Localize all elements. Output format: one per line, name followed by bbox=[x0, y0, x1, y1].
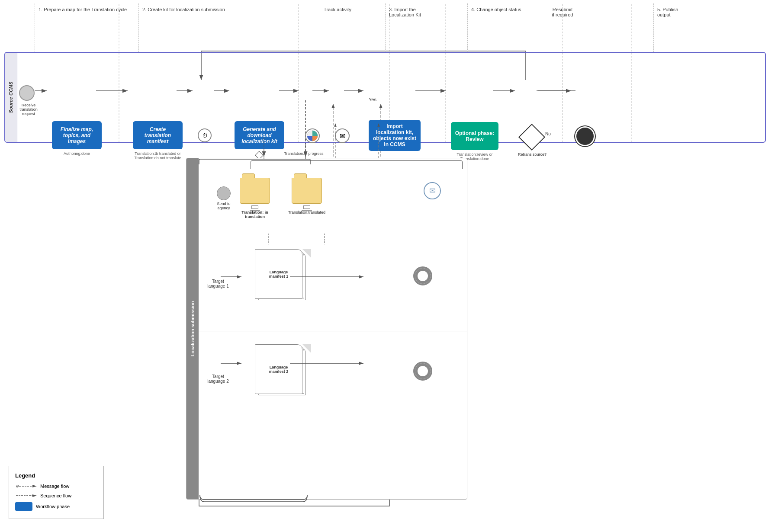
resubmit-label: Resubmitif required bbox=[519, 3, 606, 52]
lang-manifest-1: Languagemanifest 1 bbox=[255, 249, 311, 305]
yes-label: Yes bbox=[369, 97, 376, 102]
bracket-label bbox=[251, 160, 463, 169]
no-label: No bbox=[545, 131, 551, 136]
legend-workflow-phase: Workflow phase bbox=[15, 502, 97, 511]
message-flow-label: Message flow bbox=[40, 484, 69, 489]
loc-submission-label: Localization submission bbox=[186, 158, 199, 499]
start-event-label: Receive translation request bbox=[16, 103, 42, 116]
folder-2 bbox=[292, 173, 322, 204]
svg-marker-38 bbox=[32, 485, 37, 487]
phases-row: 1. Prepare a map for the Translation cyc… bbox=[17, 3, 774, 52]
target-lang-1-section: Target language 1 Languagemanifest 1 bbox=[199, 236, 467, 331]
message-flow-icon bbox=[15, 483, 37, 489]
legend-title: Legend bbox=[15, 472, 97, 479]
translation-translated-label: Translation:translated bbox=[283, 210, 331, 215]
phase5-label: 5. Publishoutput bbox=[653, 3, 740, 52]
source-ccms-swimlane: Source CCMS Receive translation request … bbox=[4, 52, 766, 143]
phase3-label: 3. Import theLocalization Kit bbox=[385, 3, 467, 52]
workflow-phase-label: Workflow phase bbox=[36, 504, 70, 509]
phase2-label: 2. Create kit for localization submissio… bbox=[138, 3, 312, 52]
optional-review-box: Optional phase: Review bbox=[451, 122, 498, 150]
phase1-label: 1. Prepare a map for the Translation cyc… bbox=[35, 3, 134, 52]
diagram-container: 1. Prepare a map for the Translation cyc… bbox=[0, 0, 778, 532]
translation-tb-label: Translation:tb translated or Translation… bbox=[126, 151, 189, 160]
swimlane-source-label: Source CCMS bbox=[5, 53, 17, 142]
target-lang-1-label: Target language 1 bbox=[203, 279, 233, 288]
retrans-label: Retrans source? bbox=[517, 152, 547, 157]
generate-kit-box: Generate and download localization kit bbox=[235, 121, 284, 149]
chart-event bbox=[305, 128, 320, 143]
send-agency-label: Send to agency bbox=[211, 202, 237, 210]
send-agency-circle bbox=[217, 186, 231, 200]
import-kit-box: Import localization kit, objects now exi… bbox=[369, 120, 421, 151]
end-circle-lang-1 bbox=[413, 266, 432, 285]
legend-box: Legend Message flow Sequen bbox=[9, 466, 104, 519]
target-lang-2-section: Target language 2 Languagemanifest 2 bbox=[199, 331, 467, 426]
translation-in-progress-label: Translation:in progress bbox=[282, 151, 325, 156]
legend-sequence-flow: Sequence flow bbox=[15, 493, 97, 499]
finalize-box: Finalize map, topics, and images bbox=[52, 121, 102, 149]
start-event bbox=[19, 85, 35, 101]
legend-message-flow: Message flow bbox=[15, 483, 97, 489]
track-activity-label: Track activity bbox=[294, 3, 381, 52]
retrans-diamond-container bbox=[520, 125, 543, 149]
svg-marker-40 bbox=[32, 494, 37, 497]
end-event bbox=[576, 128, 594, 145]
retrans-diamond bbox=[518, 124, 545, 151]
clock-event-1: ⏱ bbox=[198, 128, 212, 142]
translation-in-translation-label: Translation: in translation bbox=[233, 210, 276, 219]
sequence-flow-label: Sequence flow bbox=[40, 493, 71, 498]
message-circle-loc: ✉ bbox=[424, 182, 441, 199]
workflow-phase-icon bbox=[15, 502, 32, 511]
loc-inner: Send to agency Translation: in translati… bbox=[199, 158, 467, 499]
folder-1 bbox=[240, 173, 270, 204]
authoring-done-label: Authoring:done bbox=[52, 151, 102, 156]
message-event-1: ✉ bbox=[335, 128, 350, 143]
target-lang-2-label: Target language 2 bbox=[203, 374, 233, 384]
lang-manifest-2: Languagemanifest 2 bbox=[255, 344, 311, 401]
sequence-flow-icon bbox=[15, 493, 37, 499]
top-section: Send to agency Translation: in translati… bbox=[199, 158, 467, 236]
end-circle-lang-2 bbox=[413, 362, 432, 381]
localization-submission: Localization submission Send to agency bbox=[186, 158, 467, 500]
create-manifest-box: Create translation manifest bbox=[133, 121, 183, 149]
